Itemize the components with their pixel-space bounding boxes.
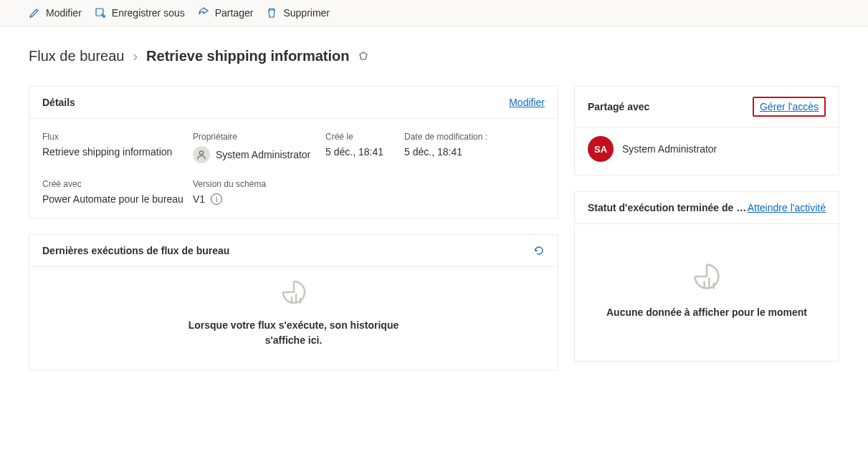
modified-label: Date de modification : bbox=[404, 132, 545, 142]
edit-button[interactable]: Modifier bbox=[29, 7, 82, 19]
modified-value: 5 déc., 18:41 bbox=[404, 146, 545, 158]
shared-title: Partagé avec bbox=[588, 101, 649, 112]
delete-button[interactable]: Supprimer bbox=[266, 7, 330, 19]
refresh-icon bbox=[533, 245, 545, 256]
save-as-icon bbox=[95, 7, 106, 19]
trash-icon bbox=[266, 7, 277, 19]
premium-icon bbox=[358, 51, 369, 62]
pencil-icon bbox=[29, 7, 40, 19]
shared-with-card: Partagé avec Gérer l'accès SA System Adm… bbox=[574, 86, 839, 175]
activity-link[interactable]: Atteindre l'activité bbox=[748, 202, 826, 213]
details-edit-link[interactable]: Modifier bbox=[509, 97, 545, 108]
status-title: Statut d'exécution terminée de … bbox=[588, 202, 746, 213]
save-as-label: Enregistrer sous bbox=[112, 7, 185, 19]
runs-title: Dernières exécutions de flux de bureau bbox=[42, 245, 229, 256]
svg-point-1 bbox=[199, 151, 203, 155]
breadcrumb-root[interactable]: Flux de bureau bbox=[29, 48, 124, 64]
owner-label: Propriétaire bbox=[193, 132, 325, 142]
created-label: Créé le bbox=[325, 132, 404, 142]
breadcrumb-current: Retrieve shipping information bbox=[146, 48, 349, 64]
refresh-button[interactable] bbox=[533, 245, 545, 256]
details-card: Détails Modifier Flux Retrieve shipping … bbox=[29, 86, 558, 218]
runs-card: Dernières exécutions de flux de bureau bbox=[29, 234, 558, 370]
avatar: SA bbox=[588, 136, 614, 162]
chart-placeholder-icon bbox=[589, 260, 824, 295]
created-with-value: Power Automate pour le bureau bbox=[42, 193, 193, 205]
runs-empty-text: Lorsque votre flux s'exécute, son histor… bbox=[51, 318, 536, 348]
created-with-label: Créé avec bbox=[42, 179, 193, 189]
status-card: Statut d'exécution terminée de … Atteind… bbox=[574, 191, 839, 362]
share-icon bbox=[198, 7, 209, 19]
person-icon bbox=[193, 146, 210, 163]
owner-value: System Administrator bbox=[216, 149, 310, 160]
shared-user-row: SA System Administrator bbox=[575, 127, 839, 175]
delete-label: Supprimer bbox=[283, 7, 330, 19]
command-bar: Modifier Enregistrer sous Partager Suppr… bbox=[0, 0, 868, 26]
chart-placeholder-icon bbox=[51, 277, 536, 309]
manage-access-link[interactable]: Gérer l'accès bbox=[760, 101, 819, 112]
status-empty-text: Aucune donnée à afficher pour le moment bbox=[589, 306, 824, 318]
schema-label: Version du schéma bbox=[193, 179, 325, 189]
share-button[interactable]: Partager bbox=[198, 7, 254, 19]
flow-label: Flux bbox=[42, 132, 193, 142]
share-label: Partager bbox=[215, 7, 254, 19]
manage-access-highlight: Gérer l'accès bbox=[753, 97, 826, 117]
details-title: Détails bbox=[42, 97, 75, 108]
chevron-right-icon: › bbox=[133, 48, 138, 64]
schema-value: V1 bbox=[193, 193, 205, 205]
info-icon[interactable]: i bbox=[211, 193, 222, 205]
save-as-button[interactable]: Enregistrer sous bbox=[95, 7, 185, 19]
edit-label: Modifier bbox=[46, 7, 82, 19]
breadcrumb: Flux de bureau › Retrieve shipping infor… bbox=[29, 48, 839, 64]
flow-value: Retrieve shipping information bbox=[42, 146, 193, 158]
created-value: 5 déc., 18:41 bbox=[325, 146, 404, 158]
shared-user-name: System Administrator bbox=[622, 143, 717, 155]
